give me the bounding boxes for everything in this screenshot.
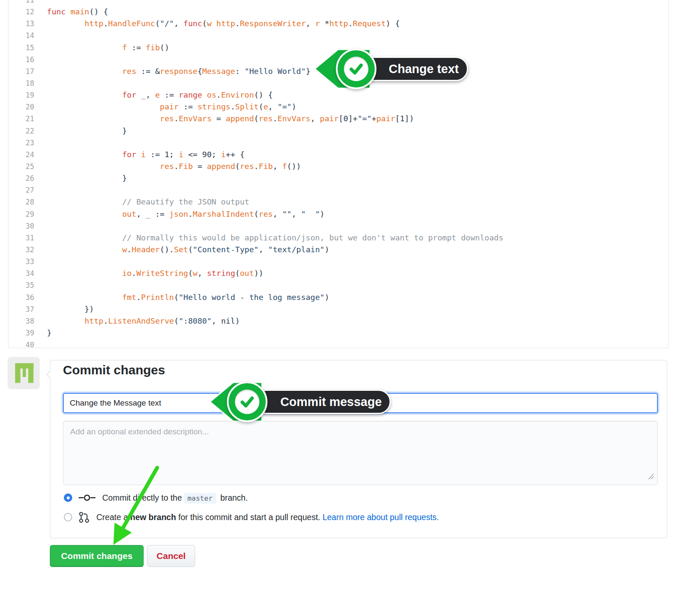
code-line: 32 w.Header().Set("Content-Type", "text/… — [8, 244, 668, 256]
code-line: 25 res.Fib = append(res.Fib, f()) — [8, 161, 668, 172]
line-number: 26 — [8, 174, 34, 183]
check-icon — [344, 57, 368, 81]
commit-message-label: Commit message — [280, 395, 382, 409]
radio-branch-label: Create a new branch for this commit and … — [96, 512, 439, 522]
line-number: 33 — [8, 257, 34, 266]
code-line: 23 — [8, 137, 668, 149]
code-editor[interactable]: 1112func main() {13 http.HandleFunc("/",… — [8, 0, 669, 348]
line-number: 28 — [8, 198, 34, 206]
line-number: 13 — [8, 19, 34, 28]
line-number: 23 — [8, 139, 34, 147]
radio-selected-icon[interactable] — [64, 493, 72, 502]
code-line: 19 for _, e := range os.Environ() { — [8, 89, 668, 101]
line-number: 37 — [8, 305, 34, 313]
line-number: 18 — [8, 79, 34, 87]
code-line: 21 res.EnvVars = append(res.EnvVars, pai… — [8, 113, 668, 125]
line-number: 34 — [8, 269, 34, 278]
code-line: 31 // Normally this would be application… — [8, 232, 668, 244]
code-line: 14 — [8, 30, 668, 41]
line-number: 19 — [8, 91, 34, 99]
line-number: 22 — [8, 127, 34, 135]
code-line: 29 out, _ := json.MarshalIndent(res, "",… — [8, 208, 668, 220]
line-number: 36 — [8, 293, 34, 302]
code-line: 12func main() { — [8, 6, 668, 18]
commit-changes-button[interactable]: Commit changes — [50, 545, 144, 567]
code-line: 15 f := fib() — [8, 42, 668, 54]
learn-more-link[interactable]: Learn more about pull requests. — [322, 512, 439, 522]
code-line: 36 fmt.Println("Hello world - the log me… — [8, 292, 668, 303]
code-line: 26 } — [8, 172, 668, 184]
code-line: 39} — [8, 327, 668, 339]
code-lines: 1112func main() {13 http.HandleFunc("/",… — [8, 0, 668, 348]
code-line: 35 — [8, 279, 668, 291]
line-number: 40 — [8, 341, 34, 348]
line-number: 27 — [8, 186, 34, 194]
code-line: 40 — [8, 339, 668, 348]
code-line: 38 http.ListenAndServe(":8080", nil) — [8, 315, 668, 327]
change-text-label: Change text — [389, 62, 459, 76]
check-icon — [235, 390, 259, 414]
radio-new-branch[interactable]: Create a new branch for this commit and … — [64, 511, 439, 523]
line-number: 15 — [8, 44, 34, 52]
line-number: 21 — [8, 114, 34, 123]
line-number: 38 — [8, 317, 34, 325]
code-line: 34 io.WriteString(w, string(out)) — [8, 267, 668, 279]
line-number: 25 — [8, 162, 34, 171]
commit-message-callout: Commit message — [254, 390, 391, 414]
line-number: 12 — [8, 8, 34, 16]
code-line: 22 } — [8, 125, 668, 137]
code-line: 28 // Beautify the JSON output — [8, 196, 668, 208]
code-line: 37 }) — [8, 303, 668, 315]
branch-chip: master — [184, 493, 217, 504]
line-number: 17 — [8, 67, 34, 76]
line-number: 31 — [8, 234, 34, 242]
cancel-button[interactable]: Cancel — [147, 545, 195, 567]
code-line: 33 — [8, 256, 668, 267]
code-line: 30 — [8, 220, 668, 232]
code-line: 13 http.HandleFunc("/", func(w http.Resp… — [8, 18, 668, 30]
line-number: 14 — [8, 31, 34, 40]
commit-heading: Commit changes — [63, 363, 165, 377]
radio-direct-label: Commit directly to themaster branch. — [102, 493, 248, 503]
radio-commit-direct[interactable]: Commit directly to themaster branch. — [64, 492, 248, 504]
code-line: 27 — [8, 184, 668, 196]
change-text-callout: Change text — [363, 57, 468, 81]
line-number: 11 — [8, 0, 34, 4]
pull-request-icon — [79, 512, 90, 523]
line-number: 39 — [8, 329, 34, 337]
line-number: 16 — [8, 55, 34, 64]
avatar — [8, 357, 40, 389]
m-logo-icon — [11, 360, 37, 386]
resize-handle-icon[interactable] — [648, 473, 654, 480]
check-badge — [227, 382, 267, 422]
line-number: 32 — [8, 245, 34, 254]
line-number: 24 — [8, 150, 34, 159]
commit-icon — [79, 493, 95, 502]
check-badge — [336, 49, 376, 89]
code-line: 11 — [8, 0, 668, 6]
line-number: 29 — [8, 210, 34, 218]
code-line: 24 for i := 1; i <= 90; i++ { — [8, 149, 668, 161]
extended-description-input[interactable] — [63, 421, 658, 485]
code-line: 20 pair := strings.Split(e, "=") — [8, 101, 668, 113]
speech-caret-icon — [46, 371, 50, 378]
line-number: 35 — [8, 281, 34, 289]
radio-unselected-icon[interactable] — [64, 513, 72, 521]
commit-form: Commit changes Commit directly to themas… — [50, 360, 667, 538]
line-number: 30 — [8, 222, 34, 230]
line-number: 20 — [8, 103, 34, 111]
